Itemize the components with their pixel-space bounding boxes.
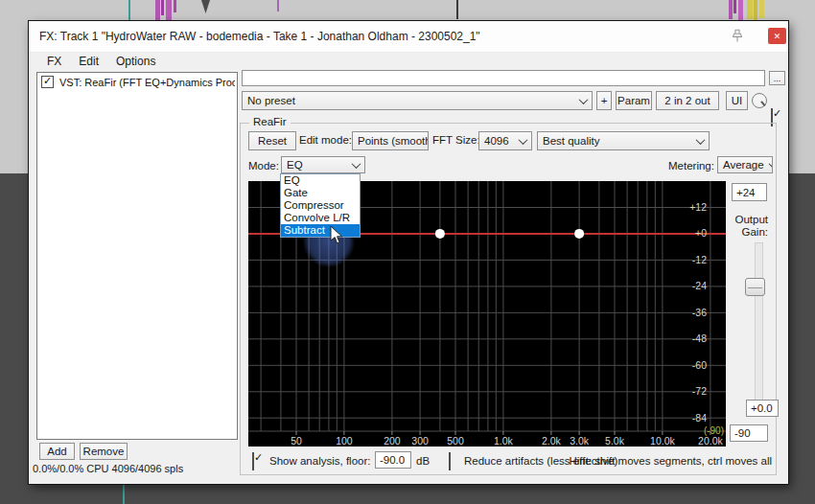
waveform-peak xyxy=(759,0,764,18)
svg-text:10.0k: 10.0k xyxy=(650,435,675,447)
add-button[interactable]: Add xyxy=(39,443,75,460)
metering-combo[interactable]: Average xyxy=(717,156,773,173)
ui-button[interactable]: UI xyxy=(726,91,748,110)
edit-mode-label: Edit mode: xyxy=(299,134,352,146)
reafir-panel: ReaFir Reset Edit mode: Points (smooth) … xyxy=(240,123,777,475)
db-unit-label: dB xyxy=(416,455,430,467)
show-analysis-label: Show analysis, floor: xyxy=(269,455,370,467)
mode-option-eq[interactable]: EQ xyxy=(281,174,360,187)
gain-max-field[interactable]: +24 xyxy=(732,183,767,201)
menu-options[interactable]: Options xyxy=(107,53,164,70)
window-titlebar[interactable]: FX: Track 1 "HydroWater RAW - bodemedia … xyxy=(29,21,788,53)
mode-option-subtract[interactable]: Subtract xyxy=(281,224,360,237)
mode-value: EQ xyxy=(287,159,303,171)
menu-fx[interactable]: FX xyxy=(38,53,70,70)
svg-text:3.0k: 3.0k xyxy=(570,435,590,447)
svg-text:-24: -24 xyxy=(692,280,707,291)
floor-input[interactable]: -90.0 xyxy=(375,451,411,469)
waveform-peak xyxy=(155,0,160,20)
svg-text:-36: -36 xyxy=(692,307,707,318)
fx-enable-checkbox[interactable] xyxy=(41,76,54,88)
mode-label: Mode: xyxy=(248,160,279,172)
cpu-status: 0.0%/0.0% CPU 4096/4096 spls xyxy=(33,463,183,474)
gain-floor-field[interactable]: -90 xyxy=(730,424,768,442)
param-button[interactable]: Param xyxy=(616,91,652,110)
quality-value: Best quality xyxy=(543,135,599,147)
waveform-peak xyxy=(456,0,458,19)
waveform-peak xyxy=(277,0,279,11)
more-button[interactable]: ... xyxy=(769,71,785,85)
preset-combo[interactable]: No preset xyxy=(242,91,593,110)
svg-text:200: 200 xyxy=(384,435,401,447)
wet-dry-knob[interactable] xyxy=(752,93,767,108)
close-icon[interactable] xyxy=(768,28,786,44)
fft-size-combo[interactable]: 4096 xyxy=(478,131,532,150)
metering-value: Average xyxy=(723,159,764,171)
fx-comment-input[interactable] xyxy=(242,70,765,86)
remove-button[interactable]: Remove xyxy=(80,443,128,460)
svg-text:100: 100 xyxy=(336,435,353,447)
svg-text:-48: -48 xyxy=(692,332,707,344)
fx-item-label: VST: ReaFir (FFT EQ+Dynamics Proc... xyxy=(59,77,235,88)
quality-combo[interactable]: Best quality xyxy=(537,131,710,150)
svg-text:500: 500 xyxy=(447,435,464,447)
waveform-peak xyxy=(747,0,753,19)
svg-text:+0: +0 xyxy=(695,227,707,239)
waveform-peak xyxy=(174,0,176,12)
fx-list-item-reafir[interactable]: VST: ReaFir (FFT EQ+Dynamics Proc... xyxy=(37,73,237,88)
mode-option-convolve[interactable]: Convolve L/R xyxy=(281,212,360,224)
output-gain-slider-track[interactable] xyxy=(755,242,763,401)
svg-text:20.0k: 20.0k xyxy=(698,435,723,447)
chevron-down-icon xyxy=(519,135,528,145)
svg-text:-12: -12 xyxy=(692,254,707,265)
waveform-peak xyxy=(729,0,733,19)
fft-size-label: FFT Size: xyxy=(432,134,480,146)
svg-text:5.0k: 5.0k xyxy=(605,435,625,447)
svg-text:2.0k: 2.0k xyxy=(542,435,562,447)
gain-value-field[interactable]: +0.0 xyxy=(746,400,779,417)
reset-button[interactable]: Reset xyxy=(248,131,296,150)
waveform-peak xyxy=(738,0,743,20)
svg-text:300: 300 xyxy=(411,435,429,447)
mouse-cursor xyxy=(330,225,346,249)
waveform-peak xyxy=(754,0,757,20)
menu-edit[interactable]: Edit xyxy=(70,53,107,70)
menu-bar: FX Edit Options xyxy=(29,52,788,71)
svg-text:50: 50 xyxy=(291,435,302,447)
svg-text:-60: -60 xyxy=(692,359,707,371)
show-analysis-checkbox[interactable] xyxy=(252,452,254,470)
reduce-artifacts-checkbox[interactable] xyxy=(449,452,451,470)
fx-chain-window: FX: Track 1 "HydroWater RAW - bodemedia … xyxy=(29,21,788,484)
mode-combo[interactable]: EQ xyxy=(281,156,365,173)
svg-text:-84: -84 xyxy=(692,412,707,424)
edit-mode-value: Points (smooth) xyxy=(358,135,429,147)
hint-text: Hint: shift moves segments, ctrl moves a… xyxy=(567,455,772,467)
fx-list[interactable]: VST: ReaFir (FFT EQ+Dynamics Proc... xyxy=(36,72,238,440)
svg-text:1.0k: 1.0k xyxy=(494,435,514,447)
output-gain-slider-handle[interactable] xyxy=(745,278,765,296)
waveform-peak xyxy=(734,0,736,13)
chevron-down-icon xyxy=(768,159,773,169)
svg-text:+12: +12 xyxy=(689,201,707,213)
waveform-peak xyxy=(128,0,130,21)
edit-cursor-line xyxy=(123,484,125,504)
metering-label: Metering: xyxy=(668,160,714,172)
svg-text:-72: -72 xyxy=(692,385,707,397)
fft-size-value: 4096 xyxy=(484,135,509,147)
mode-option-compressor[interactable]: Compressor xyxy=(281,199,360,212)
pin-icon[interactable] xyxy=(731,29,744,47)
window-title: FX: Track 1 "HydroWater RAW - bodemedia … xyxy=(39,30,480,43)
mode-dropdown-list: EQ Gate Compressor Convolve L/R Subtract xyxy=(280,173,361,238)
edit-mode-combo[interactable]: Points (smooth) xyxy=(352,131,429,150)
chevron-down-icon xyxy=(696,135,706,145)
add-preset-button[interactable]: + xyxy=(596,91,612,110)
output-gain-label: Output Gain: xyxy=(715,214,768,239)
svg-text:(-90): (-90) xyxy=(704,425,724,436)
waveform-peak xyxy=(161,0,164,15)
mode-option-gate[interactable]: Gate xyxy=(281,187,360,199)
chevron-down-icon xyxy=(352,159,361,169)
group-label: ReaFir xyxy=(249,116,291,127)
chevron-down-icon xyxy=(579,95,589,104)
io-button[interactable]: 2 in 2 out xyxy=(656,91,719,110)
preset-value: No preset xyxy=(247,95,295,106)
